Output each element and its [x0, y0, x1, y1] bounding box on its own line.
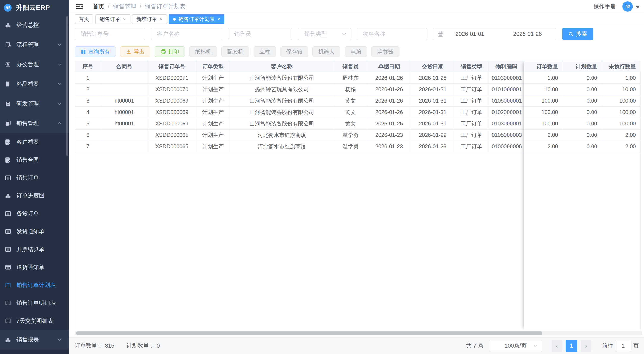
search-button[interactable]: 搜索: [562, 28, 593, 40]
breadcrumb-sales-mgmt[interactable]: 销售管理: [113, 2, 136, 10]
sidebar-item[interactable]: 研发管理: [0, 94, 69, 113]
tab-0[interactable]: 首页: [75, 14, 93, 24]
sidebar-item[interactable]: 销售报表: [0, 330, 69, 350]
sidebar-item[interactable]: 订单进度图: [0, 187, 69, 205]
action-button[interactable]: 纸杯机: [189, 46, 217, 57]
table-cell: 0100000006: [489, 141, 524, 153]
sidebar-item[interactable]: 流程管理: [0, 35, 69, 54]
horizontal-scrollbar-thumb[interactable]: [76, 331, 542, 335]
table-row[interactable]: 100.000.00100.00: [524, 107, 640, 118]
table-cell: 0103000001: [489, 72, 524, 84]
grid-icon: [80, 49, 86, 54]
sidebar-item[interactable]: 销售合同: [0, 151, 69, 169]
table-cell: 工厂订单: [454, 130, 489, 141]
material-name-input[interactable]: [357, 28, 427, 40]
table-row[interactable]: 100.000.00100.00: [524, 95, 640, 107]
table-cell: 山河智能装备股份有限公司: [230, 118, 334, 130]
tab-1[interactable]: 销售订单×: [96, 14, 130, 24]
table-row[interactable]: 7XSDD000065计划生产河北衡水市红旗商厦温学勇2026-01-23202…: [75, 141, 524, 153]
table-row[interactable]: 1XSDD000071计划生产山河智能装备股份有限公司周桂东2026-01-26…: [75, 72, 524, 84]
tab-2[interactable]: 新增订单×: [132, 14, 167, 24]
action-button[interactable]: 查询所有: [75, 46, 116, 57]
page-size-select[interactable]: 100条/页: [489, 340, 542, 352]
sidebar-item[interactable]: 备货订单: [0, 205, 69, 222]
breadcrumb-separator: /: [108, 3, 110, 10]
table-row[interactable]: 3ht00001XSDD000069计划生产山河智能装备股份有限公司黄文2026…: [75, 95, 524, 107]
sidebar-item[interactable]: 销售订单: [0, 169, 69, 187]
tab-label: 销售订单计划表: [178, 16, 215, 23]
table-cell: 2026-01-23: [367, 130, 411, 141]
sidebar-item[interactable]: 客户档案: [0, 133, 69, 151]
tab-close-icon[interactable]: ×: [160, 16, 162, 22]
column-header: 物料编码: [489, 61, 524, 72]
table-cell: 2026-01-31: [411, 95, 454, 107]
table-row[interactable]: 4ht00001XSDD000069计划生产山河智能装备股份有限公司黄文2026…: [75, 107, 524, 118]
next-page-button[interactable]: ›: [581, 340, 591, 352]
table-row[interactable]: 6XSDD000065计划生产河北衡水市红旗商厦温学勇2026-01-23202…: [75, 130, 524, 141]
column-header: 销售员: [334, 61, 367, 72]
table-cell: 5: [75, 118, 101, 130]
order-no-input[interactable]: [75, 28, 145, 40]
open-book-icon: [5, 282, 11, 288]
manual-link[interactable]: 操作手册: [594, 3, 616, 10]
sidebar-item[interactable]: 料品档案: [0, 74, 69, 94]
page-1-button[interactable]: 1: [566, 340, 577, 352]
table-row[interactable]: 2XSDD000070计划生产扬州钟艺玩具有限公司杨娟2026-01-26202…: [75, 84, 524, 95]
table-row[interactable]: 5ht00001XSDD000069计划生产山河智能装备股份有限公司黄文2026…: [75, 118, 524, 130]
action-button[interactable]: 机器人: [312, 46, 340, 57]
bar-chart-icon: [5, 192, 11, 199]
sidebar-item[interactable]: 经营总控: [0, 15, 69, 35]
app-logo[interactable]: M 升阳云ERP: [0, 0, 69, 15]
table-row[interactable]: 10.000.0010.00: [524, 84, 640, 95]
action-button[interactable]: 打印: [155, 46, 185, 57]
sidebar-scrollbar-thumb[interactable]: [66, 16, 68, 156]
sales-type-select[interactable]: 销售类型: [298, 28, 351, 40]
action-button[interactable]: 保存箱: [280, 46, 308, 57]
sidebar-toggle-icon[interactable]: [75, 3, 84, 10]
column-header: 订单数量: [524, 61, 563, 72]
sidebar-item[interactable]: 发货通知单: [0, 222, 69, 240]
user-menu-caret-icon[interactable]: [636, 6, 640, 8]
sidebar-item-label: 7天交货明细表: [16, 317, 53, 325]
table-row[interactable]: 1.000.001.00: [524, 72, 640, 84]
action-button-label: 蒜蓉酱: [377, 48, 394, 55]
table-cell: [101, 72, 148, 84]
tab-active[interactable]: 销售订单计划表×: [169, 14, 224, 24]
sidebar-item[interactable]: 销售管理: [0, 113, 69, 133]
breadcrumb: 首页 / 销售管理 / 销售订单计划表: [93, 2, 186, 10]
printer-icon: [160, 49, 166, 54]
table-icon: [5, 264, 11, 271]
table-cell: ht00001: [101, 107, 148, 118]
action-button[interactable]: 立柱: [254, 46, 276, 57]
goto-page-input[interactable]: [615, 340, 631, 352]
search-button-label: 搜索: [576, 30, 587, 38]
table-cell: 6: [75, 130, 101, 141]
sidebar-item[interactable]: 退货通知单: [0, 258, 69, 276]
action-button[interactable]: 电脑: [345, 46, 367, 57]
bar-chart-icon: [5, 22, 11, 28]
sidebar-item[interactable]: 销售订单明细表: [0, 294, 69, 312]
date-range-picker[interactable]: 2026-01-01 - 2026-01-26: [433, 28, 556, 40]
sidebar-item[interactable]: 开票结算单: [0, 240, 69, 258]
sidebar-item-label: 销售管理: [16, 119, 39, 127]
table-cell: XSDD000069: [148, 95, 196, 107]
tab-close-icon[interactable]: ×: [217, 16, 220, 22]
table-row[interactable]: 100.000.00100.00: [524, 118, 640, 130]
sidebar-item-label: 销售订单明细表: [16, 299, 56, 307]
breadcrumb-home[interactable]: 首页: [93, 2, 104, 10]
action-button[interactable]: 蒜蓉酱: [372, 46, 399, 57]
sidebar-item-label: 订单进度图: [16, 192, 44, 199]
tab-close-icon[interactable]: ×: [123, 16, 126, 22]
customer-name-input[interactable]: [151, 28, 222, 40]
salesman-input[interactable]: [228, 28, 292, 40]
column-header: 未执行数量: [602, 61, 640, 72]
table-row[interactable]: 2.000.002.00: [524, 141, 640, 153]
sidebar-item[interactable]: 销售订单计划表: [0, 276, 69, 294]
sidebar-item[interactable]: 办公管理: [0, 54, 69, 74]
table-row[interactable]: 2.000.002.00: [524, 130, 640, 141]
action-button[interactable]: 配套机: [221, 46, 249, 57]
action-button[interactable]: 导出: [120, 46, 150, 57]
user-avatar[interactable]: M: [622, 1, 633, 12]
prev-page-button[interactable]: ‹: [552, 340, 562, 352]
sidebar-item[interactable]: 7天交货明细表: [0, 312, 69, 330]
